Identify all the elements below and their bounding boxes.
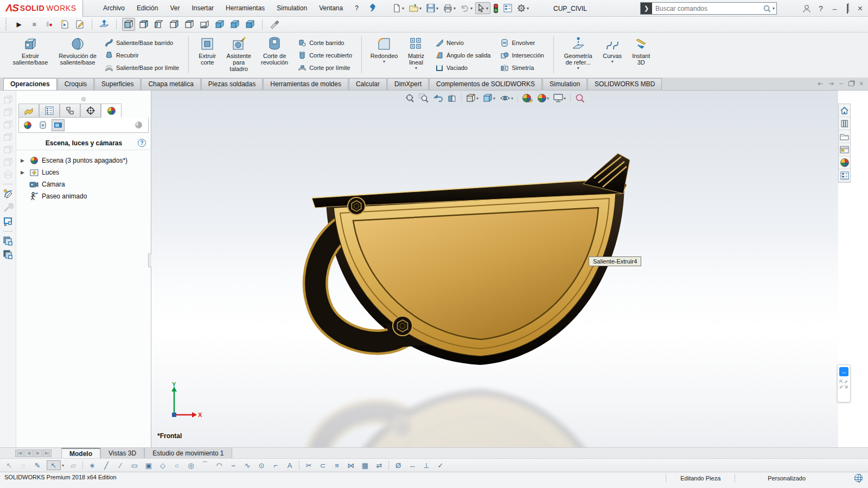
search-options-caret[interactable]: ▾ xyxy=(773,6,775,11)
tab-croquis[interactable]: Croquis xyxy=(58,78,94,90)
zoom-fit-button[interactable] xyxy=(403,92,416,104)
move-entities-icon[interactable]: ⇄ xyxy=(374,460,384,470)
sketch-text-icon[interactable]: A xyxy=(285,460,295,470)
three-point-arc-icon[interactable]: ⌣ xyxy=(228,460,238,470)
menu-insertar[interactable]: Insertar xyxy=(186,2,219,14)
convert-entities-icon[interactable]: ⊂ xyxy=(318,460,328,470)
cup-3d-model[interactable] xyxy=(151,91,838,447)
tab-dimxpert[interactable]: DimXpert xyxy=(387,78,429,90)
point-icon[interactable]: ∗ xyxy=(87,460,97,470)
curves-dropdown[interactable]: ▾ xyxy=(611,60,614,64)
remote-session-icon[interactable]: ↔ xyxy=(839,367,848,376)
tab-displaymanager[interactable] xyxy=(101,104,122,118)
macro-pause-record-button[interactable]: ‖● xyxy=(43,18,56,31)
open-file-button[interactable]: ▾ xyxy=(407,2,424,14)
tab-superficies[interactable]: Superficies xyxy=(94,78,141,90)
appearance-brush-button[interactable] xyxy=(268,18,281,31)
centerpoint-arc-icon[interactable]: ⌒ xyxy=(200,460,210,470)
tangent-arc-icon[interactable]: ◠ xyxy=(214,460,224,470)
tab-vistas-3d[interactable]: Vistas 3D xyxy=(100,448,144,458)
login-user-icon[interactable] xyxy=(802,4,811,13)
menu-archivo[interactable]: Archivo xyxy=(98,2,130,14)
mirror-entities-icon[interactable]: ⋈ xyxy=(346,460,356,470)
tab-configurationmanager[interactable] xyxy=(60,104,80,118)
smart-dimension-icon[interactable]: Ø xyxy=(393,460,403,470)
swept-boss-button[interactable]: Saliente/Base barrido xyxy=(102,37,182,48)
display-style-button[interactable]: ▾ xyxy=(481,92,497,104)
ghost-view-cube-icon[interactable] xyxy=(3,170,13,179)
trim-entities-icon[interactable]: ✂ xyxy=(304,460,314,470)
customized-label[interactable]: Personalizado xyxy=(735,474,838,483)
toolbar-grip[interactable] xyxy=(5,18,8,30)
expand-arrow-icon[interactable]: ▶ xyxy=(21,170,26,175)
extrude-cut-button[interactable]: Extruir corte xyxy=(193,34,221,76)
ghost-view-cube-icon[interactable] xyxy=(3,145,13,155)
menu-simulation[interactable]: Simulation xyxy=(271,2,312,14)
copy-appearance-icon[interactable] xyxy=(3,236,14,247)
hide-show-items-button[interactable]: ▾ xyxy=(498,93,515,104)
hole-wizard-button[interactable]: Asistente para taladro xyxy=(221,34,256,76)
edit-feature-wrench-icon[interactable] xyxy=(3,202,14,213)
intersect-button[interactable]: Intersección xyxy=(497,50,546,61)
tab-herramientas-de-moldes[interactable]: Herramientas de moldes xyxy=(263,78,348,90)
view-dimetric-button[interactable] xyxy=(244,18,257,31)
tree-item-luces[interactable]: ▶ Luces xyxy=(16,166,151,178)
tab-simulation[interactable]: Simulation xyxy=(542,78,587,90)
horizontal-dimension-icon[interactable]: ↔ xyxy=(407,460,417,470)
view-appearances-button[interactable] xyxy=(21,119,34,131)
menu-help[interactable]: ? xyxy=(349,2,364,14)
circle-icon[interactable]: ○ xyxy=(172,460,182,470)
section-view-button[interactable] xyxy=(445,92,458,104)
polygon-icon[interactable]: ◇ xyxy=(158,460,168,470)
select-arrow-icon[interactable]: ↖ xyxy=(4,460,14,470)
graphics-viewport[interactable]: ▾ ▾ ▾ ▾ ▾ Saliente-Extruir4 Y X xyxy=(151,91,838,447)
view-right-button[interactable] xyxy=(168,18,181,31)
cursor-mode-icon[interactable]: ↖ xyxy=(47,460,61,470)
expand-arrow-icon[interactable]: ▶ xyxy=(21,158,26,163)
menu-ver[interactable]: Ver xyxy=(164,2,185,14)
magnifier-button[interactable] xyxy=(573,92,586,104)
extrude-boss-button[interactable]: Extruir saliente/base xyxy=(5,34,55,76)
revolve-boss-button[interactable]: Revolución de saliente/base xyxy=(55,34,100,76)
zoom-area-button[interactable] xyxy=(417,92,430,104)
edit-appearance-button[interactable] xyxy=(521,93,535,104)
undo-button[interactable]: ▾ xyxy=(458,2,475,14)
revolve-cut-button[interactable]: Corte de revolución xyxy=(256,34,293,76)
tab-dimxpertmanager[interactable] xyxy=(80,104,101,118)
reference-geometry-dropdown[interactable]: ▾ xyxy=(577,66,579,70)
new-file-button[interactable]: ▾ xyxy=(390,2,406,14)
solidworks-resources-tab[interactable] xyxy=(839,117,850,130)
options-button[interactable]: ▾ xyxy=(515,2,531,14)
close-button[interactable]: × xyxy=(856,4,865,14)
menu-edicion[interactable]: Edición xyxy=(131,2,163,14)
select-cursor-button[interactable]: ▾ xyxy=(475,2,490,14)
spline-icon[interactable]: ∿ xyxy=(242,460,252,470)
rib-button[interactable]: Nervio xyxy=(432,37,493,48)
loft-boss-button[interactable]: Recubrir xyxy=(102,50,182,61)
menu-ventana[interactable]: Ventana xyxy=(314,2,348,14)
panel-collapse-handle[interactable] xyxy=(81,97,86,101)
display-pane-icon[interactable] xyxy=(3,216,14,227)
restore-button[interactable] xyxy=(845,4,850,13)
centerline-icon[interactable]: ⁄ xyxy=(116,460,125,470)
reference-geometry-button[interactable]: Geometría de refer... ▾ xyxy=(558,34,598,76)
view-decals-button[interactable] xyxy=(36,119,49,131)
tab-estudio-de-movimiento[interactable]: Estudio de movimiento 1 xyxy=(144,448,232,458)
prev-tab-button[interactable]: ◀ xyxy=(24,450,33,457)
pin-menu-icon[interactable] xyxy=(367,3,378,14)
repair-sketch-icon[interactable]: ✓ xyxy=(436,460,445,470)
dock-right-icon[interactable]: ⇥ xyxy=(828,80,834,87)
ghost-view-cube-icon[interactable] xyxy=(3,120,13,130)
linear-pattern-button[interactable]: Matriz lineal ▾ xyxy=(402,34,430,76)
next-tab-button[interactable]: ▶ xyxy=(34,450,42,457)
linear-sketch-pattern-icon[interactable]: ▦ xyxy=(360,460,370,470)
cursor-mode-caret[interactable]: ▾ xyxy=(62,463,64,468)
view-back-button[interactable] xyxy=(137,18,150,31)
ghost-view-cube-icon[interactable] xyxy=(3,107,13,117)
panel-help-icon[interactable]: ? xyxy=(138,139,146,147)
curves-button[interactable]: Curvas ▾ xyxy=(598,34,627,76)
first-tab-button[interactable]: |◀ xyxy=(15,450,24,457)
view-palette-tab[interactable] xyxy=(839,143,850,156)
save-button[interactable]: ▾ xyxy=(424,2,441,14)
ghost-view-cube-icon[interactable] xyxy=(3,95,13,105)
